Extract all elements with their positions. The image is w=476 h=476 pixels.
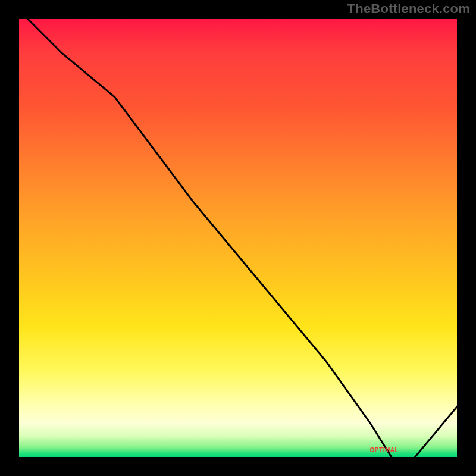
bottleneck-curve [18, 18, 458, 458]
watermark-text: TheBottleneck.com [347, 1, 470, 17]
chart-frame: TheBottleneck.com OPTIMAL [0, 0, 476, 476]
plot-area: OPTIMAL [18, 18, 458, 458]
optimal-label: OPTIMAL [370, 447, 399, 453]
